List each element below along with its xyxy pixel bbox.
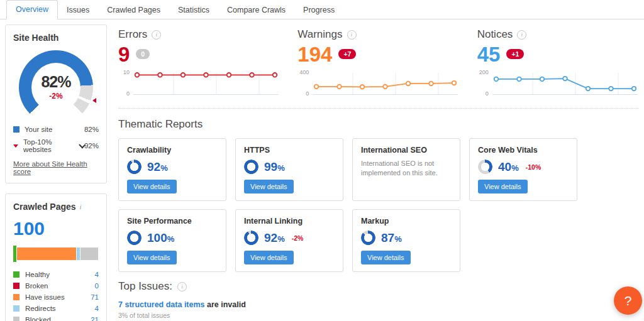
swatch-icon [13, 294, 19, 300]
metric-notices: Noticesi45+12000 [477, 28, 639, 98]
card-crawlability: Crawlability92%View details [118, 138, 226, 201]
metric-value-row: 45+1 [477, 43, 639, 65]
donut-markup-icon [361, 231, 375, 245]
crawled-legend-value[interactable]: 71 [91, 293, 99, 301]
crawled-pages-panel: Crawled Pages i 100 Healthy4Broken0Have … [5, 193, 107, 321]
metric-chart-errors: 100 [118, 69, 280, 98]
help-button[interactable]: ? [614, 286, 642, 315]
site-health-gauge: 82% -2% [19, 50, 93, 121]
crawled-pages-legend: Healthy4Broken0Have issues71Redirects4Bl… [13, 271, 99, 321]
swatch-icon [13, 283, 19, 289]
metric-warnings: Warningsi194+74000 [297, 28, 459, 98]
issue-text: 7 structured data items are invalid [118, 300, 639, 309]
card-score-row: 100% [127, 231, 218, 245]
y-axis-labels: 100 [118, 69, 132, 98]
metric-change-badge: +1 [506, 49, 524, 59]
metric-title-text: Warnings [297, 28, 342, 41]
thematic-cards: Crawlability92%View detailsHTTPS99%View … [118, 138, 639, 272]
crawled-legend-row-healthy: Healthy4 [13, 271, 99, 278]
card-row: Crawlability92%View detailsHTTPS99%View … [118, 138, 639, 201]
metric-value-row: 194+7 [297, 43, 459, 65]
view-details-button[interactable]: View details [478, 180, 528, 193]
card-title: International SEO [361, 146, 452, 155]
crawled-legend-label: Blocked [25, 316, 51, 321]
card-delta: -10% [526, 163, 541, 171]
card-score-row: 40%-10% [478, 160, 569, 174]
info-icon[interactable]: i [177, 282, 187, 291]
thematic-reports-heading-text: Thematic Reports [118, 118, 203, 131]
card-score-row: 92% [127, 160, 218, 174]
view-details-button[interactable]: View details [127, 180, 177, 193]
y-min-label: 0 [126, 90, 130, 97]
legend-value: 92% [84, 142, 99, 150]
metrics-row: Errorsi90100Warningsi194+74000Noticesi45… [118, 28, 639, 98]
crawled-pages-title: Crawled Pages i [13, 202, 99, 212]
y-max-label: 400 [299, 69, 309, 75]
bar-segment-blocked [80, 248, 98, 260]
card-title: Markup [361, 217, 452, 226]
metric-chart-notices: 2000 [477, 69, 639, 98]
issue-link[interactable]: 7 structured data items [118, 300, 205, 309]
crawled-legend-label: Broken [25, 282, 48, 290]
card-core-web-vitals: Core Web Vitals40%-10%View details [469, 138, 577, 201]
metric-value-errors: 9 [118, 44, 130, 65]
y-axis-labels: 2000 [477, 69, 491, 98]
donut-crawlability-icon [127, 160, 142, 174]
metric-chart-warnings: 4000 [297, 69, 459, 98]
card-score-row: 99% [244, 160, 335, 174]
section-divider [118, 108, 639, 109]
card-percent: 92% [147, 161, 168, 173]
crawled-pages-stacked-bar [13, 246, 99, 262]
tab-bar: OverviewIssuesCrawled PagesStatisticsCom… [0, 0, 644, 19]
metric-title-text: Notices [477, 28, 513, 41]
site-health-title: Site Health [13, 33, 99, 43]
site-health-more-link[interactable]: More about Site Health score [13, 160, 99, 175]
metric-change-badge: +7 [338, 49, 356, 59]
info-icon[interactable]: i [152, 30, 161, 40]
metric-value-row: 90 [118, 43, 280, 65]
crawled-legend-value[interactable]: 0 [95, 282, 99, 290]
blue-square-icon [13, 126, 19, 133]
thematic-reports-heading: Thematic Reports [118, 118, 639, 131]
metric-title-warnings: Warningsi [297, 28, 459, 41]
view-details-button[interactable]: View details [127, 251, 177, 264]
legend-value: 82% [84, 126, 99, 133]
metric-title-errors: Errorsi [118, 28, 280, 41]
donut-core-web-vitals-icon [478, 160, 492, 174]
y-min-label: 0 [486, 90, 489, 97]
card-score-row: 92%-2% [244, 231, 335, 245]
metric-title-text: Errors [118, 28, 147, 41]
tab-issues[interactable]: Issues [58, 1, 98, 19]
info-icon[interactable]: i [80, 203, 82, 210]
info-icon[interactable]: i [517, 30, 526, 40]
card-international-seo: International SEOInternational SEO is no… [352, 138, 460, 201]
tab-progress[interactable]: Progress [294, 1, 343, 19]
tab-statistics[interactable]: Statistics [169, 1, 218, 19]
card-title: Site Performance [127, 217, 218, 226]
crawled-legend-row-blocked: Blocked21 [13, 316, 99, 321]
tab-crawled-pages[interactable]: Crawled Pages [98, 1, 169, 19]
tab-overview[interactable]: Overview [6, 0, 58, 19]
main-column: Errorsi90100Warningsi194+74000Noticesi45… [118, 24, 639, 321]
info-icon[interactable]: i [347, 30, 357, 40]
crawled-legend-value[interactable]: 4 [95, 305, 99, 312]
card-site-performance: Site Performance100%View details [118, 209, 226, 272]
y-max-label: 200 [479, 69, 489, 75]
card-percent: 100% [147, 232, 174, 244]
view-details-button[interactable]: View details [244, 251, 294, 264]
crawled-legend-row-have-issues: Have issues71 [13, 293, 99, 301]
y-max-label: 10 [123, 69, 130, 75]
crawled-legend-value[interactable]: 4 [95, 271, 99, 278]
view-details-button[interactable]: View details [244, 180, 294, 193]
issue-item: 7 structured data items are invalid3% of… [118, 300, 639, 321]
metric-errors: Errorsi90100 [118, 28, 280, 98]
tab-compare-crawls[interactable]: Compare Crawls [218, 1, 294, 19]
card-percent: 40% [498, 161, 519, 173]
donut-https-icon [244, 160, 258, 174]
view-details-button[interactable]: View details [361, 251, 411, 264]
bar-segment-redirects [77, 248, 80, 260]
crawled-legend-value[interactable]: 21 [91, 316, 99, 321]
top-issues-heading-text: Top Issues: [118, 280, 172, 293]
y-axis-labels: 4000 [297, 69, 311, 98]
red-triangle-icon [13, 144, 18, 148]
